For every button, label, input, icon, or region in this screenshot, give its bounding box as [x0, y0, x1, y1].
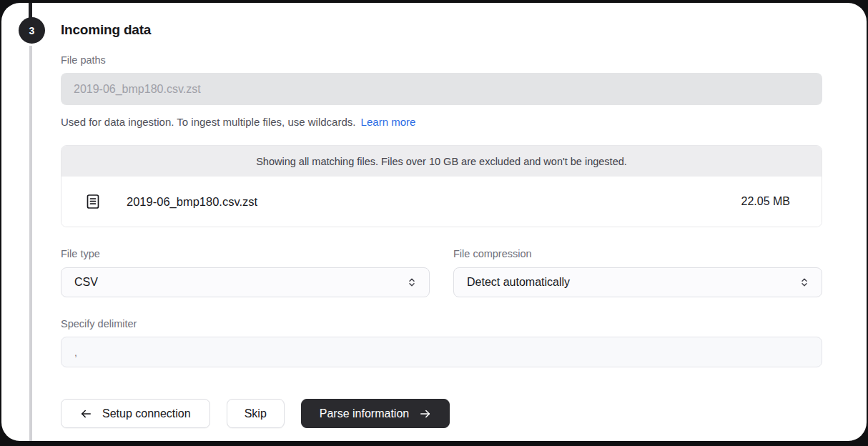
file-compression-select[interactable]: Detect automatically: [453, 267, 822, 297]
file-compression-value: Detect automatically: [467, 276, 570, 289]
file-name: 2019-06_bmp180.csv.zst: [127, 195, 257, 209]
incoming-data-section: Incoming data File paths Used for data i…: [61, 3, 822, 428]
step-number: 3: [29, 25, 35, 36]
file-paths-input: [61, 73, 822, 105]
file-document-icon: [84, 193, 102, 210]
delimiter-input[interactable]: [61, 337, 822, 367]
timeline-line-gray: [29, 46, 32, 441]
file-type-label: File type: [61, 247, 430, 261]
parse-information-button[interactable]: Parse information: [301, 399, 450, 428]
file-size: 22.05 MB: [741, 195, 790, 208]
file-type-select[interactable]: CSV: [61, 267, 430, 297]
table-row: 2019-06_bmp180.csv.zst 22.05 MB: [61, 177, 822, 227]
file-paths-label: File paths: [61, 53, 822, 67]
file-paths-helper: Used for data ingestion. To ingest multi…: [61, 115, 822, 129]
file-type-value: CSV: [74, 276, 98, 289]
skip-button[interactable]: Skip: [227, 399, 285, 428]
chevron-updown-icon: [799, 277, 810, 288]
arrow-left-icon: [80, 408, 92, 420]
setup-connection-label: Setup connection: [102, 407, 191, 420]
file-compression-label: File compression: [453, 247, 822, 261]
format-options-row: File type CSV File compression Detect au…: [61, 247, 822, 297]
helper-text: Used for data ingestion. To ingest multi…: [61, 116, 355, 128]
setup-connection-button[interactable]: Setup connection: [61, 399, 210, 428]
learn-more-link[interactable]: Learn more: [361, 116, 416, 128]
chevron-updown-icon: [406, 277, 418, 288]
arrow-right-icon: [419, 408, 431, 420]
parse-information-label: Parse information: [320, 407, 409, 420]
step-badge: 3: [19, 17, 45, 44]
file-compression-field: File compression Detect automatically: [453, 247, 822, 297]
file-type-field: File type CSV: [61, 247, 430, 297]
matching-files-table: Showing all matching files. Files over 1…: [61, 145, 822, 227]
actions-row: Setup connection Skip Parse information: [61, 399, 822, 428]
wizard-card: 3 Incoming data File paths Used for data…: [1, 3, 867, 441]
section-title: Incoming data: [61, 21, 822, 39]
table-notice: Showing all matching files. Files over 1…: [61, 146, 822, 177]
delimiter-label: Specify delimiter: [61, 317, 822, 331]
